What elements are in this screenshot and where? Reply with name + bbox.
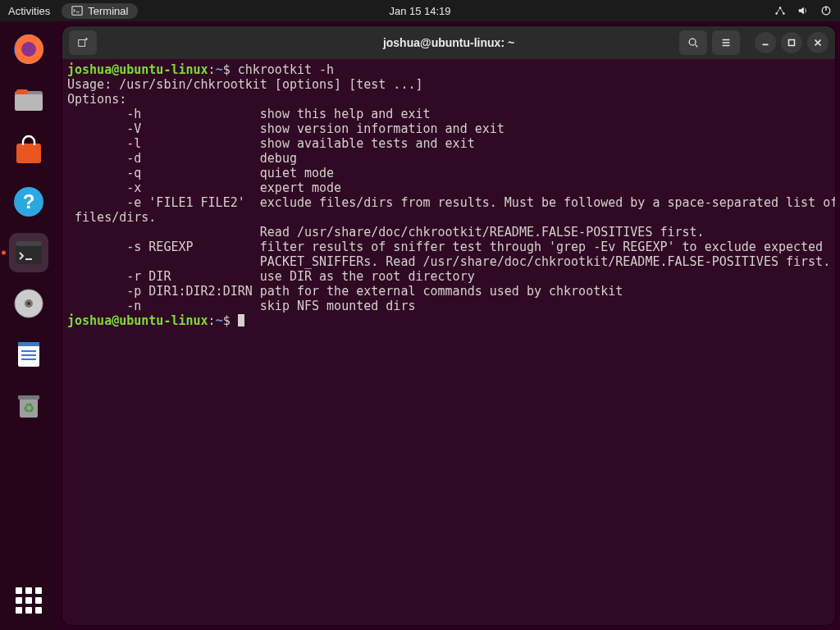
current-app-label: Terminal — [88, 5, 128, 17]
svg-rect-26 — [18, 395, 39, 399]
terminal-window: joshua@ubuntu-linux: ~ joshua@ubuntu-lin… — [62, 26, 835, 625]
minimize-icon — [760, 37, 771, 48]
dock-app-trash[interactable]: ♻ — [9, 386, 48, 425]
svg-rect-28 — [79, 40, 85, 47]
disc-icon — [11, 286, 46, 321]
dock-app-software[interactable] — [9, 131, 48, 171]
dock-app-terminal[interactable] — [9, 233, 48, 272]
svg-text:♻: ♻ — [23, 401, 34, 415]
dock-app-help[interactable]: ? — [9, 182, 48, 221]
dock-app-disc[interactable] — [9, 284, 48, 323]
close-button[interactable] — [807, 32, 829, 53]
trash-icon: ♻ — [11, 388, 46, 422]
gnome-topbar: Activities Terminal Jan 15 14:19 — [0, 0, 840, 21]
volume-icon[interactable] — [797, 5, 809, 16]
clock[interactable]: Jan 15 14:19 — [389, 5, 450, 17]
terminal-icon — [71, 5, 83, 16]
close-icon — [812, 37, 824, 48]
dock-app-files[interactable] — [9, 80, 48, 120]
hamburger-icon — [720, 37, 732, 48]
new-tab-icon — [77, 37, 89, 48]
maximize-button[interactable] — [781, 32, 802, 53]
svg-point-19 — [27, 302, 30, 305]
svg-text:?: ? — [23, 190, 35, 212]
dock-app-text-editor[interactable] — [9, 335, 48, 374]
dock: ? ♻ — [0, 21, 57, 630]
terminal-body[interactable]: joshua@ubuntu-linux:~$ chkrootkit -h Usa… — [62, 59, 835, 625]
search-button[interactable] — [679, 30, 707, 55]
svg-point-31 — [689, 39, 696, 45]
shopping-bag-icon — [11, 134, 46, 168]
network-icon[interactable] — [774, 5, 786, 16]
terminal-app-icon — [12, 236, 45, 269]
svg-rect-11 — [16, 144, 41, 163]
firefox-icon — [12, 33, 45, 66]
svg-rect-0 — [72, 7, 82, 16]
maximize-icon — [786, 37, 797, 48]
svg-rect-9 — [15, 94, 43, 111]
search-icon — [687, 37, 699, 48]
current-app-pill[interactable]: Terminal — [62, 3, 138, 19]
svg-line-32 — [696, 45, 698, 48]
svg-point-7 — [21, 42, 36, 57]
help-icon: ? — [11, 185, 46, 219]
activities-button[interactable]: Activities — [8, 5, 50, 17]
new-tab-button[interactable] — [69, 30, 97, 55]
dock-app-firefox[interactable] — [9, 30, 48, 69]
svg-rect-15 — [16, 241, 42, 246]
svg-rect-10 — [16, 89, 28, 94]
minimize-button[interactable] — [755, 32, 776, 53]
cursor — [238, 314, 244, 326]
power-icon[interactable] — [820, 5, 832, 16]
notepad-icon — [11, 337, 46, 372]
window-title: joshua@ubuntu-linux: ~ — [383, 36, 514, 49]
titlebar: joshua@ubuntu-linux: ~ — [62, 26, 835, 59]
menu-button[interactable] — [712, 30, 740, 55]
svg-rect-21 — [18, 342, 39, 346]
files-icon — [11, 83, 46, 117]
svg-rect-37 — [789, 40, 795, 46]
show-applications-button[interactable] — [16, 587, 42, 614]
